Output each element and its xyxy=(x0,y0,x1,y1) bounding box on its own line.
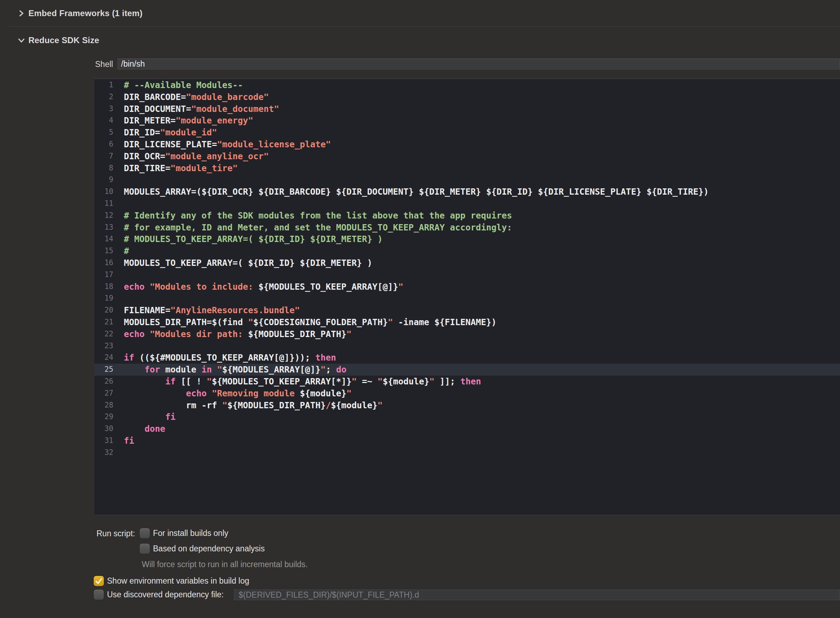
code-text xyxy=(113,447,124,459)
line-number: 29 xyxy=(94,411,113,423)
code-line[interactable]: 20FILENAME="AnylineResources.bundle" xyxy=(94,305,840,316)
dependency-file-input[interactable] xyxy=(234,590,840,600)
line-number: 3 xyxy=(94,103,113,115)
line-number: 12 xyxy=(94,210,113,222)
code-line[interactable]: 27 echo "Removing module ${module}" xyxy=(94,388,840,400)
code-line[interactable]: 2DIR_BARCODE="module_barcode" xyxy=(94,91,840,103)
checkbox xyxy=(140,544,150,554)
code-line[interactable]: 10MODULES_ARRAY=(${DIR_OCR} ${DIR_BARCOD… xyxy=(94,186,840,198)
line-number: 32 xyxy=(94,447,113,459)
line-number: 27 xyxy=(94,388,113,400)
line-number: 20 xyxy=(94,305,113,316)
code-line[interactable]: 25 for module in "${MODULES_ARRAY[@]}"; … xyxy=(94,364,840,376)
line-number: 5 xyxy=(94,126,113,138)
code-text: # --Available Modules-- xyxy=(113,79,243,91)
line-number: 22 xyxy=(94,328,113,340)
code-line[interactable]: 22echo "Modules dir path: ${MODULES_DIR_… xyxy=(94,328,840,340)
line-number: 7 xyxy=(94,150,113,162)
checkbox-label: For install builds only xyxy=(153,529,228,538)
code-text: DIR_OCR="module_anyline_ocr" xyxy=(113,150,269,162)
code-text: rm -rf "${MODULES_DIR_PATH}/${module}" xyxy=(113,400,383,412)
line-number: 23 xyxy=(94,340,113,352)
code-line[interactable]: 16MODULES_TO_KEEP_ARRAY=( ${DIR_ID} ${DI… xyxy=(94,257,840,269)
code-text: FILENAME="AnylineResources.bundle" xyxy=(113,305,300,316)
checkbox-label: Use discovered dependency file: xyxy=(107,590,223,599)
code-line[interactable]: 9 xyxy=(94,174,840,186)
line-number: 8 xyxy=(94,162,113,174)
line-number: 6 xyxy=(94,138,113,150)
code-line[interactable]: 28 rm -rf "${MODULES_DIR_PATH}/${module}… xyxy=(94,400,840,412)
code-line[interactable]: 8DIR_TIRE="module_tire" xyxy=(94,162,840,174)
line-number: 30 xyxy=(94,423,113,435)
checkbox-row-install-builds-only[interactable]: For install builds only xyxy=(140,528,228,538)
checkbox-row-dependency-analysis[interactable]: Based on dependency analysis xyxy=(140,543,265,554)
code-text: DIR_METER="module_energy" xyxy=(113,115,253,126)
code-text: echo "Removing module ${module}" xyxy=(113,388,352,400)
shell-label: Shell xyxy=(95,59,112,69)
line-number: 16 xyxy=(94,257,113,269)
code-line[interactable]: 14# MODULES_TO_KEEP_ARRAY=( ${DIR_ID} ${… xyxy=(94,233,840,245)
line-number: 26 xyxy=(94,376,113,388)
phase-title: Embed Frameworks (1 item) xyxy=(28,9,143,18)
code-text: DIR_ID="module_id" xyxy=(113,126,217,138)
code-line[interactable]: 6DIR_LICENSE_PLATE="module_license_plate… xyxy=(94,138,840,150)
code-text: if ((${#MODULES_TO_KEEP_ARRAY[@]})); the… xyxy=(113,352,336,364)
code-line[interactable]: 26 if [[ ! "${MODULES_TO_KEEP_ARRAY[*]}"… xyxy=(94,376,840,388)
code-line[interactable]: 12# Identify any of the SDK modules from… xyxy=(94,210,840,222)
checkbox-label: Based on dependency analysis xyxy=(153,544,265,553)
code-line[interactable]: 24if ((${#MODULES_TO_KEEP_ARRAY[@]})); t… xyxy=(94,352,840,364)
code-text: done xyxy=(113,423,165,435)
code-text: DIR_TIRE="module_tire" xyxy=(113,162,238,174)
code-text xyxy=(113,269,124,281)
code-line[interactable]: 17 xyxy=(94,269,840,281)
code-line[interactable]: 23 xyxy=(94,340,840,352)
code-line[interactable]: 13# for example, ID and Meter, and set t… xyxy=(94,222,840,233)
code-line[interactable]: 19 xyxy=(94,293,840,305)
code-text: fi xyxy=(113,411,176,423)
line-number: 24 xyxy=(94,352,113,364)
code-line[interactable]: 15# xyxy=(94,245,840,257)
chevron-right-icon xyxy=(18,9,25,17)
line-number: 21 xyxy=(94,316,113,328)
line-number: 13 xyxy=(94,222,113,233)
code-text: DIR_DOCUMENT="module_document" xyxy=(113,103,279,115)
script-editor[interactable]: 1# --Available Modules--2DIR_BARCODE="mo… xyxy=(94,79,840,515)
checkbox xyxy=(140,528,150,538)
code-line[interactable]: 29 fi xyxy=(94,411,840,423)
code-line[interactable]: 21MODULES_DIR_PATH=$(find "${CODESIGNING… xyxy=(94,316,840,328)
line-number: 18 xyxy=(94,281,113,293)
code-line[interactable]: 5DIR_ID="module_id" xyxy=(94,126,840,138)
code-line[interactable]: 3DIR_DOCUMENT="module_document" xyxy=(94,103,840,115)
code-line[interactable]: 18echo "Modules to include: ${MODULES_TO… xyxy=(94,281,840,293)
code-line[interactable]: 32 xyxy=(94,447,840,459)
code-area: 1# --Available Modules--2DIR_BARCODE="mo… xyxy=(94,79,840,459)
checkbox xyxy=(94,590,104,600)
code-text: # for example, ID and Meter, and set the… xyxy=(113,222,512,233)
checkbox-row-use-dependency-file[interactable]: Use discovered dependency file: xyxy=(94,589,223,600)
shell-input[interactable] xyxy=(117,59,840,70)
code-line[interactable]: 7DIR_OCR="module_anyline_ocr" xyxy=(94,150,840,162)
code-text: # xyxy=(113,245,129,257)
code-line[interactable]: 30 done xyxy=(94,423,840,435)
code-text xyxy=(113,293,124,305)
line-number: 25 xyxy=(94,364,113,376)
line-number: 19 xyxy=(94,293,113,305)
embed-frameworks-header[interactable]: Embed Frameworks (1 item) xyxy=(18,8,143,19)
checkbox-row-show-env-variables[interactable]: Show environment variables in build log xyxy=(94,576,249,586)
code-text xyxy=(113,174,124,186)
code-text: DIR_BARCODE="module_barcode" xyxy=(113,91,269,103)
line-number: 10 xyxy=(94,186,113,198)
line-number: 4 xyxy=(94,115,113,126)
chevron-down-icon xyxy=(18,37,25,44)
code-text: # Identify any of the SDK modules from t… xyxy=(113,210,512,222)
code-line[interactable]: 4DIR_METER="module_energy" xyxy=(94,115,840,126)
reduce-sdk-size-header[interactable]: Reduce SDK Size xyxy=(18,35,99,46)
line-number: 28 xyxy=(94,400,113,412)
code-line[interactable]: 1# --Available Modules-- xyxy=(94,79,840,91)
code-text xyxy=(113,198,124,210)
code-line[interactable]: 31fi xyxy=(94,435,840,447)
code-text: MODULES_DIR_PATH=$(find "${CODESIGNING_F… xyxy=(113,316,497,328)
code-text: fi xyxy=(113,435,134,447)
code-line[interactable]: 11 xyxy=(94,198,840,210)
line-number: 31 xyxy=(94,435,113,447)
